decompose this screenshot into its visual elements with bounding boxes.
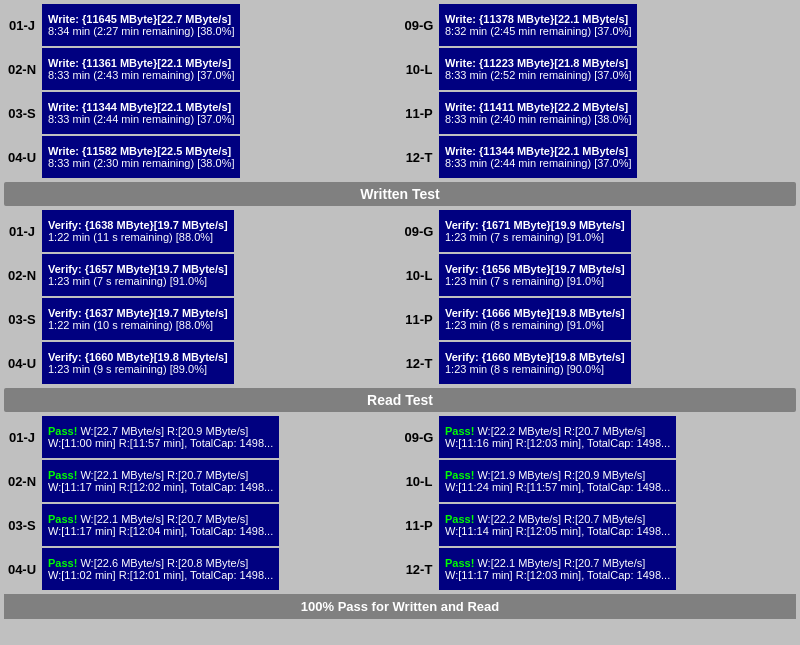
device-id-12t: 12-T [401,136,437,178]
verify-line2-09g: 1:23 min (7 s remaining) [91.0%] [445,231,625,243]
write-card-01j: Write: {11645 MByte}[22.7 MByte/s] 8:34 … [42,4,240,46]
device-id-01j: 01-J [4,4,40,46]
verify-card-09g: Verify: {1671 MByte}[19.9 MByte/s] 1:23 … [439,210,631,252]
pass-id-09g: 09-G [401,416,437,458]
write-line1-11p: Write: {11411 MByte}[22.2 MByte/s] [445,101,631,113]
table-row: 01-J Verify: {1638 MByte}[19.7 MByte/s] … [4,210,399,252]
pass-line1-03s: Pass! W:[22.1 MByte/s] R:[20.7 MByte/s] [48,513,273,525]
pass-id-04u: 04-U [4,548,40,590]
pass-card-02n: Pass! W:[22.1 MByte/s] R:[20.7 MByte/s] … [42,460,279,502]
pass-line2-10l: W:[11:24 min] R:[11:57 min], TotalCap: 1… [445,481,670,493]
table-row: 11-P Write: {11411 MByte}[22.2 MByte/s] … [401,92,796,134]
table-row: 11-P Pass! W:[22.2 MByte/s] R:[20.7 MByt… [401,504,796,546]
pass-line2-02n: W:[11:17 min] R:[12:02 min], TotalCap: 1… [48,481,273,493]
write-line2-01j: 8:34 min (2:27 min remaining) [38.0%] [48,25,234,37]
pass-line2-03s: W:[11:17 min] R:[12:04 min], TotalCap: 1… [48,525,273,537]
verify-id-02n: 02-N [4,254,40,296]
write-card-04u: Write: {11582 MByte}[22.5 MByte/s] 8:33 … [42,136,240,178]
table-row: 03-S Pass! W:[22.1 MByte/s] R:[20.7 MByt… [4,504,399,546]
table-row: 12-T Write: {11344 MByte}[22.1 MByte/s] … [401,136,796,178]
verify-line2-11p: 1:23 min (8 s remaining) [91.0%] [445,319,625,331]
pass-id-01j: 01-J [4,416,40,458]
write-card-10l: Write: {11223 MByte}[21.8 MByte/s] 8:33 … [439,48,637,90]
verify-line1-04u: Verify: {1660 MByte}[19.8 MByte/s] [48,351,228,363]
verify-id-11p: 11-P [401,298,437,340]
pass-left-col: 01-J Pass! W:[22.7 MByte/s] R:[20.9 MByt… [4,416,399,590]
verify-line2-12t: 1:23 min (8 s remaining) [90.0%] [445,363,625,375]
device-id-10l: 10-L [401,48,437,90]
verify-id-03s: 03-S [4,298,40,340]
verify-line2-04u: 1:23 min (9 s remaining) [89.0%] [48,363,228,375]
verify-line2-03s: 1:22 min (10 s remaining) [88.0%] [48,319,228,331]
table-row: 01-J Write: {11645 MByte}[22.7 MByte/s] … [4,4,399,46]
verify-line1-11p: Verify: {1666 MByte}[19.8 MByte/s] [445,307,625,319]
write-line2-12t: 8:33 min (2:44 min remaining) [37.0%] [445,157,631,169]
verify-card-02n: Verify: {1657 MByte}[19.7 MByte/s] 1:23 … [42,254,234,296]
verify-card-11p: Verify: {1666 MByte}[19.8 MByte/s] 1:23 … [439,298,631,340]
write-card-11p: Write: {11411 MByte}[22.2 MByte/s] 8:33 … [439,92,637,134]
verify-card-04u: Verify: {1660 MByte}[19.8 MByte/s] 1:23 … [42,342,234,384]
write-card-09g: Write: {11378 MByte}[22.1 MByte/s] 8:32 … [439,4,637,46]
pass-line1-04u: Pass! W:[22.6 MByte/s] R:[20.8 MByte/s] [48,557,273,569]
verify-card-10l: Verify: {1656 MByte}[19.7 MByte/s] 1:23 … [439,254,631,296]
device-id-04u: 04-U [4,136,40,178]
write-line2-10l: 8:33 min (2:52 min remaining) [37.0%] [445,69,631,81]
table-row: 04-U Pass! W:[22.6 MByte/s] R:[20.8 MByt… [4,548,399,590]
verify-line1-02n: Verify: {1657 MByte}[19.7 MByte/s] [48,263,228,275]
pass-line1-09g: Pass! W:[22.2 MByte/s] R:[20.7 MByte/s] [445,425,670,437]
pass-line1-10l: Pass! W:[21.9 MByte/s] R:[20.9 MByte/s] [445,469,670,481]
verify-left-col: 01-J Verify: {1638 MByte}[19.7 MByte/s] … [4,210,399,384]
table-row: 09-G Write: {11378 MByte}[22.1 MByte/s] … [401,4,796,46]
read-test-header: Read Test [4,388,796,412]
pass-right-col: 09-G Pass! W:[22.2 MByte/s] R:[20.7 MByt… [401,416,796,590]
verify-line1-03s: Verify: {1637 MByte}[19.7 MByte/s] [48,307,228,319]
write-line2-02n: 8:33 min (2:43 min remaining) [37.0%] [48,69,234,81]
pass-id-10l: 10-L [401,460,437,502]
write-right-col: 09-G Write: {11378 MByte}[22.1 MByte/s] … [401,4,796,178]
verify-line1-10l: Verify: {1656 MByte}[19.7 MByte/s] [445,263,625,275]
pass-line1-01j: Pass! W:[22.7 MByte/s] R:[20.9 MByte/s] [48,425,273,437]
pass-card-09g: Pass! W:[22.2 MByte/s] R:[20.7 MByte/s] … [439,416,676,458]
device-id-02n: 02-N [4,48,40,90]
verify-section: 01-J Verify: {1638 MByte}[19.7 MByte/s] … [4,210,796,384]
pass-line2-01j: W:[11:00 min] R:[11:57 min], TotalCap: 1… [48,437,273,449]
verify-id-10l: 10-L [401,254,437,296]
verify-id-09g: 09-G [401,210,437,252]
verify-line1-09g: Verify: {1671 MByte}[19.9 MByte/s] [445,219,625,231]
pass-card-04u: Pass! W:[22.6 MByte/s] R:[20.8 MByte/s] … [42,548,279,590]
table-row: 02-N Verify: {1657 MByte}[19.7 MByte/s] … [4,254,399,296]
write-line1-12t: Write: {11344 MByte}[22.1 MByte/s] [445,145,631,157]
verify-id-04u: 04-U [4,342,40,384]
write-line2-04u: 8:33 min (2:30 min remaining) [38.0%] [48,157,234,169]
pass-id-02n: 02-N [4,460,40,502]
table-row: 02-N Pass! W:[22.1 MByte/s] R:[20.7 MByt… [4,460,399,502]
pass-card-01j: Pass! W:[22.7 MByte/s] R:[20.9 MByte/s] … [42,416,279,458]
write-line1-02n: Write: {11361 MByte}[22.1 MByte/s] [48,57,234,69]
table-row: 11-P Verify: {1666 MByte}[19.8 MByte/s] … [401,298,796,340]
pass-line2-11p: W:[11:14 min] R:[12:05 min], TotalCap: 1… [445,525,670,537]
pass-id-03s: 03-S [4,504,40,546]
verify-id-01j: 01-J [4,210,40,252]
verify-line1-01j: Verify: {1638 MByte}[19.7 MByte/s] [48,219,228,231]
pass-line1-02n: Pass! W:[22.1 MByte/s] R:[20.7 MByte/s] [48,469,273,481]
written-test-header: Written Test [4,182,796,206]
verify-line2-10l: 1:23 min (7 s remaining) [91.0%] [445,275,625,287]
table-row: 09-G Pass! W:[22.2 MByte/s] R:[20.7 MByt… [401,416,796,458]
write-card-02n: Write: {11361 MByte}[22.1 MByte/s] 8:33 … [42,48,240,90]
device-id-11p: 11-P [401,92,437,134]
device-id-09g: 09-G [401,4,437,46]
pass-card-03s: Pass! W:[22.1 MByte/s] R:[20.7 MByte/s] … [42,504,279,546]
table-row: 02-N Write: {11361 MByte}[22.1 MByte/s] … [4,48,399,90]
write-card-03s: Write: {11344 MByte}[22.1 MByte/s] 8:33 … [42,92,240,134]
write-line2-09g: 8:32 min (2:45 min remaining) [37.0%] [445,25,631,37]
pass-line2-04u: W:[11:02 min] R:[12:01 min], TotalCap: 1… [48,569,273,581]
write-line1-03s: Write: {11344 MByte}[22.1 MByte/s] [48,101,234,113]
pass-id-11p: 11-P [401,504,437,546]
table-row: 09-G Verify: {1671 MByte}[19.9 MByte/s] … [401,210,796,252]
write-line1-09g: Write: {11378 MByte}[22.1 MByte/s] [445,13,631,25]
table-row: 10-L Write: {11223 MByte}[21.8 MByte/s] … [401,48,796,90]
table-row: 10-L Verify: {1656 MByte}[19.7 MByte/s] … [401,254,796,296]
verify-line2-02n: 1:23 min (7 s remaining) [91.0%] [48,275,228,287]
pass-id-12t: 12-T [401,548,437,590]
verify-card-03s: Verify: {1637 MByte}[19.7 MByte/s] 1:22 … [42,298,234,340]
